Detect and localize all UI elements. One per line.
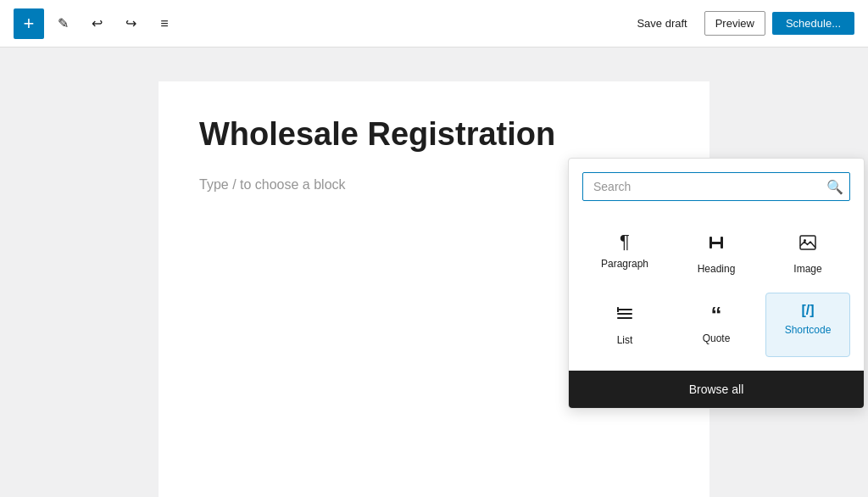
block-label-shortcode: Shortcode (785, 324, 832, 336)
block-label-list: List (617, 334, 633, 346)
search-icon: 🔍 (826, 179, 843, 195)
search-input-wrapper: 🔍 (582, 172, 850, 201)
search-area: 🔍 (569, 159, 864, 215)
schedule-button[interactable]: Schedule... (772, 12, 854, 35)
toolbar-right: Save draft Preview Schedule... (626, 11, 854, 36)
block-item-image[interactable]: Image (765, 221, 850, 286)
shortcode-icon: [/] (801, 304, 814, 317)
preview-button[interactable]: Preview (704, 11, 765, 36)
block-label-quote: Quote (703, 332, 731, 344)
add-block-button[interactable]: + (14, 8, 44, 39)
save-draft-button[interactable]: Save draft (626, 12, 697, 35)
block-item-list[interactable]: List (582, 293, 667, 357)
toolbar: + ✎ ↩ ↪ ≡ Save draft Preview Schedule... (0, 0, 868, 47)
list-icon: ≡ (160, 16, 168, 31)
svg-rect-5 (617, 309, 632, 310)
svg-rect-8 (617, 307, 619, 312)
redo-icon: ↪ (125, 15, 136, 31)
svg-rect-2 (709, 242, 723, 244)
editor-area: Wholesale Registration Type / to choose … (0, 47, 868, 497)
block-search-input[interactable] (582, 172, 850, 201)
block-item-quote[interactable]: “ Quote (674, 293, 759, 357)
block-label-heading: Heading (698, 263, 736, 275)
redo-button[interactable]: ↪ (115, 8, 146, 39)
image-icon (798, 232, 818, 256)
pencil-icon: ✎ (58, 15, 69, 31)
block-item-paragraph[interactable]: ¶ Paragraph (582, 221, 667, 286)
pencil-icon-button[interactable]: ✎ (47, 8, 78, 39)
list-view-button[interactable]: ≡ (149, 8, 180, 39)
list-block-icon (615, 304, 635, 327)
block-inserter-popup: 🔍 ¶ Paragraph Heading (568, 158, 865, 409)
blocks-grid: ¶ Paragraph Heading (569, 215, 864, 371)
block-label-image: Image (793, 263, 821, 275)
quote-icon: “ (711, 304, 722, 326)
block-item-heading[interactable]: Heading (674, 221, 759, 286)
svg-rect-6 (617, 313, 632, 315)
undo-button[interactable]: ↩ (81, 8, 112, 39)
svg-rect-7 (617, 317, 632, 319)
undo-icon: ↩ (92, 15, 103, 31)
toolbar-left: + ✎ ↩ ↪ ≡ (14, 8, 623, 39)
heading-icon (706, 232, 726, 256)
search-icon-button[interactable]: 🔍 (826, 179, 843, 195)
block-item-shortcode[interactable]: [/] Shortcode (765, 293, 850, 357)
browse-all-button[interactable]: Browse all (569, 371, 864, 408)
svg-rect-3 (800, 236, 815, 249)
block-label-paragraph: Paragraph (601, 258, 648, 270)
post-title[interactable]: Wholesale Registration (199, 115, 669, 154)
paragraph-icon: ¶ (620, 232, 630, 251)
